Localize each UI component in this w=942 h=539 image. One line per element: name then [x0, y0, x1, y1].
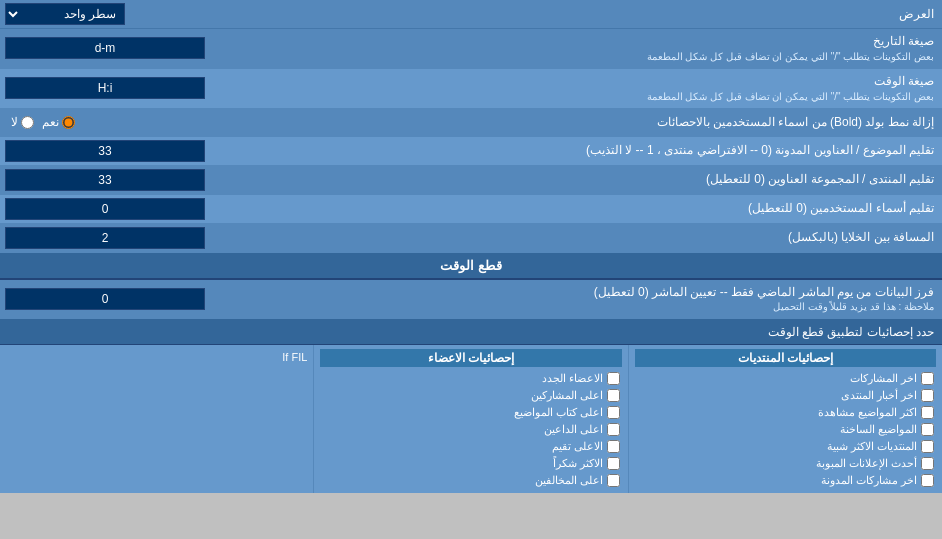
cell-spacing-row: المسافة بين الخلايا (بالبكسل) [0, 224, 942, 253]
stats-header-row: حدد إحصائيات لتطبيق قطع الوقت [0, 319, 942, 345]
topics-sort-input[interactable] [5, 140, 205, 162]
stats-col-members: إحصائيات الاعضاء الاعضاء الجدد اعلى المش… [313, 345, 627, 493]
topics-sort-row: تقليم الموضوع / العناوين المدونة (0 -- ا… [0, 137, 942, 166]
cut-time-label: فرز البيانات من يوم الماشر الماضي فقط --… [260, 280, 942, 319]
cut-time-input[interactable] [5, 288, 205, 310]
users-sort-row: تقليم أسماء المستخدمين (0 للتعطيل) [0, 195, 942, 224]
stats-col-members-title: إحصائيات الاعضاء [320, 349, 621, 367]
stat-checkbox[interactable] [607, 474, 620, 487]
stat-checkbox[interactable] [607, 406, 620, 419]
forum-sort-row: تقليم المنتدى / المجموعة العناوين (0 للت… [0, 166, 942, 195]
stats-col-extra: If FIL [0, 345, 313, 493]
stats-item: الاعضاء الجدد [320, 370, 621, 387]
users-sort-input-cell [0, 195, 260, 223]
stats-item: اعلى المخالفين [320, 472, 621, 489]
stat-checkbox[interactable] [607, 372, 620, 385]
date-format-input-cell [0, 34, 260, 62]
stats-item: المنتديات الاكثر شبية [635, 438, 936, 455]
stats-item: اخر المشاركات [635, 370, 936, 387]
topics-sort-label: تقليم الموضوع / العناوين المدونة (0 -- ا… [260, 138, 942, 163]
display-row: العرض سطر واحد سطرين ثلاثة أسطر [0, 0, 942, 29]
topics-sort-input-cell [0, 137, 260, 165]
stat-checkbox[interactable] [921, 423, 934, 436]
stats-item: اخر مشاركات المدونة [635, 472, 936, 489]
stats-item: اخر أخبار المنتدى [635, 387, 936, 404]
cell-spacing-label: المسافة بين الخلايا (بالبكسل) [260, 225, 942, 250]
stats-col-forums: إحصائيات المنتديات اخر المشاركات اخر أخب… [628, 345, 942, 493]
cut-time-section-header: قطع الوقت [0, 253, 942, 280]
users-sort-label: تقليم أسماء المستخدمين (0 للتعطيل) [260, 196, 942, 221]
stats-item: أحدث الإعلانات المبوبة [635, 455, 936, 472]
cell-spacing-input-cell [0, 224, 260, 252]
stats-col-forums-title: إحصائيات المنتديات [635, 349, 936, 367]
stats-item: الاكثر شكراً [320, 455, 621, 472]
display-select[interactable]: سطر واحد سطرين ثلاثة أسطر [5, 3, 125, 25]
forum-sort-input-cell [0, 166, 260, 194]
cut-time-input-cell [0, 285, 260, 313]
stat-checkbox[interactable] [921, 389, 934, 402]
stats-item: اعلى المشاركين [320, 387, 621, 404]
forum-sort-label: تقليم المنتدى / المجموعة العناوين (0 للت… [260, 167, 942, 192]
cell-spacing-input[interactable] [5, 227, 205, 249]
bold-remove-row: إزالة نمط بولد (Bold) من اسماء المستخدمي… [0, 109, 942, 137]
time-format-label: صيغة الوقت بعض التكوينات يتطلب "/" التي … [260, 69, 942, 108]
date-format-label: صيغة التاريخ بعض التكوينات يتطلب "/" الت… [260, 29, 942, 68]
bold-yes-radio[interactable] [62, 116, 75, 129]
bold-yes-label[interactable]: نعم [42, 115, 75, 129]
bold-remove-label: إزالة نمط بولد (Bold) من اسماء المستخدمي… [260, 110, 942, 135]
stat-checkbox[interactable] [921, 474, 934, 487]
date-format-input[interactable] [5, 37, 205, 59]
stats-item: المواضيع الساخنة [635, 421, 936, 438]
display-label: العرض [260, 3, 942, 25]
stat-checkbox[interactable] [607, 423, 620, 436]
bold-no-radio[interactable] [21, 116, 34, 129]
stat-checkbox[interactable] [607, 457, 620, 470]
stat-checkbox[interactable] [607, 389, 620, 402]
stat-checkbox[interactable] [607, 440, 620, 453]
stats-header-label: حدد إحصائيات لتطبيق قطع الوقت [0, 322, 942, 342]
bold-remove-input-cell: نعم لا [0, 110, 260, 134]
stats-item: اكثر المواضيع مشاهدة [635, 404, 936, 421]
time-format-row: صيغة الوقت بعض التكوينات يتطلب "/" التي … [0, 69, 942, 109]
stats-cols: إحصائيات المنتديات اخر المشاركات اخر أخب… [0, 345, 942, 493]
bold-no-label[interactable]: لا [11, 115, 34, 129]
users-sort-input[interactable] [5, 198, 205, 220]
bold-remove-radio-group: نعم لا [5, 113, 81, 131]
stat-checkbox[interactable] [921, 457, 934, 470]
stats-item: الاعلى تقيم [320, 438, 621, 455]
display-input-cell: سطر واحد سطرين ثلاثة أسطر [0, 0, 260, 28]
time-format-input[interactable] [5, 77, 205, 99]
if-fil-text: If FIL [282, 351, 307, 363]
stat-checkbox[interactable] [921, 440, 934, 453]
forum-sort-input[interactable] [5, 169, 205, 191]
stat-checkbox[interactable] [921, 372, 934, 385]
date-format-row: صيغة التاريخ بعض التكوينات يتطلب "/" الت… [0, 29, 942, 69]
time-format-input-cell [0, 74, 260, 102]
stats-item: اعلى الداعين [320, 421, 621, 438]
stat-checkbox[interactable] [921, 406, 934, 419]
main-container: العرض سطر واحد سطرين ثلاثة أسطر صيغة الت… [0, 0, 942, 493]
cut-time-row: فرز البيانات من يوم الماشر الماضي فقط --… [0, 280, 942, 320]
stats-item: اعلى كتاب المواضيع [320, 404, 621, 421]
